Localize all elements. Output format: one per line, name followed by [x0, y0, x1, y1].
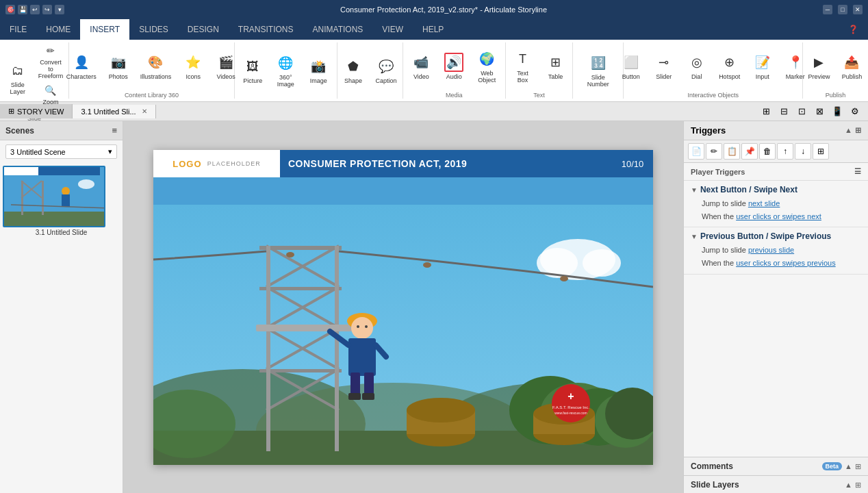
mobile-view-btn[interactable]: 📱 [830, 104, 845, 119]
freeform-label: Convert toFreeform [38, 59, 64, 79]
story-view-tab[interactable]: ⊞ STORY VIEW [0, 104, 73, 118]
button-btn[interactable]: ⬜ Button [616, 50, 646, 83]
normal-view-btn[interactable]: ⊞ [758, 104, 774, 119]
edit-trigger-btn[interactable]: ✏ [706, 143, 722, 160]
comments-section: Comments Beta ▲ ⊞ [684, 457, 868, 475]
scenes-panel: Scenes ≡ 3 Untitled Scene ▾ [0, 121, 123, 493]
slide-thumb-1[interactable]: 3.1 Untitled Slide [3, 166, 120, 236]
slide-layers-expand[interactable]: ⊞ [855, 481, 861, 490]
input-icon: 📝 [753, 53, 772, 72]
next-condition-link[interactable]: user clicks or swipes next [736, 212, 821, 220]
help-icon[interactable]: ❓ [839, 19, 868, 40]
preview-btn[interactable]: ▶ Preview [804, 50, 834, 83]
shape-btn[interactable]: ⬟ Shape [338, 54, 368, 87]
tab-view[interactable]: VIEW [372, 19, 413, 40]
save-icon[interactable]: 💾 [18, 5, 27, 14]
table-btn[interactable]: ⊞ Table [541, 50, 571, 83]
scenes-header: Scenes ≡ [0, 121, 123, 140]
slide-title-bar: CONSUMER PROTECTION ACT, 2019 [280, 150, 612, 177]
scenes-title: Scenes [5, 126, 34, 136]
dial-label: Dial [691, 73, 702, 80]
scene-dropdown[interactable]: 3 Untitled Scene ▾ [5, 144, 117, 159]
slide-area[interactable]: LOGO PLACEHOLDER CONSUMER PROTECTION ACT… [123, 121, 683, 493]
svg-rect-42 [256, 325, 352, 331]
tab-close-btn[interactable]: ✕ [142, 108, 147, 115]
triggers-collapse-icon[interactable]: ▲ [845, 126, 852, 135]
comments-collapse[interactable]: ▲ [845, 462, 852, 470]
tab-home[interactable]: HOME [36, 19, 80, 40]
reading-view-btn[interactable]: ⊡ [794, 104, 809, 119]
360image-btn[interactable]: 🌐 360° Image [270, 51, 301, 90]
expand-all-btn[interactable]: ⊞ [813, 143, 829, 160]
slider-btn[interactable]: ⊸ Slider [649, 50, 679, 83]
delete-trigger-btn[interactable]: 🗑 [759, 143, 776, 160]
slide-view-tab[interactable]: 3.1 Untitled Sli... ✕ [73, 105, 155, 118]
svg-text:+: + [567, 390, 574, 402]
close-btn[interactable]: ✕ [853, 5, 863, 14]
caption-icon: 💬 [376, 57, 396, 76]
audio-btn[interactable]: 🔊 Audio [439, 50, 469, 83]
move-down-btn[interactable]: ↓ [795, 143, 811, 160]
hotspot-btn[interactable]: ⊕ Hotspot [715, 50, 745, 83]
ribbon-group-content-library: 👤 Characters 📷 Photos 🎨 Illustrations ⭐ … [69, 42, 235, 99]
image-btn[interactable]: 📸 Image [303, 54, 333, 87]
svg-rect-50 [348, 393, 361, 400]
caption-btn[interactable]: 💬 Caption [371, 54, 401, 87]
scenes-icon[interactable]: ≡ [112, 125, 117, 136]
icons-btn[interactable]: ⭐ Icons [178, 50, 208, 83]
player-triggers-collapse[interactable]: ☰ [854, 167, 861, 176]
redo-icon[interactable]: ↪ [42, 5, 52, 14]
fit-view-btn[interactable]: ⊠ [812, 104, 827, 119]
tab-file[interactable]: FILE [0, 19, 36, 40]
characters-label: Characters [66, 73, 97, 80]
slide-number-btn[interactable]: 🔢 Slide Number [578, 51, 617, 90]
scene-selector: 3 Untitled Scene ▾ [5, 144, 117, 159]
ribbon-group-images: 🖼 Picture 🌐 360° Image 📸 Image [235, 42, 337, 99]
media-items: 📹 Video 🔊 Audio 🌍 Web Object [406, 42, 502, 90]
svg-text:F.A.S.T. Rescue Inc.: F.A.S.T. Rescue Inc. [552, 405, 589, 409]
dial-btn[interactable]: ◎ Dial [682, 50, 712, 83]
media-label: Media [446, 92, 463, 99]
slide-tab-label: 3.1 Untitled Sli... [81, 108, 136, 116]
tab-animations[interactable]: ANIMATIONS [303, 19, 373, 40]
undo-icon[interactable]: ↩ [30, 5, 40, 14]
ribbon-group-text: T Text Box ⊞ Table Text [506, 42, 573, 99]
video-icon: 📹 [411, 53, 431, 72]
next-target-link[interactable]: next slide [748, 199, 780, 207]
prev-condition-link[interactable]: user clicks or swipes previous [736, 259, 836, 267]
new-trigger-btn[interactable]: 📄 [688, 143, 704, 160]
characters-btn[interactable]: 👤 Characters [62, 50, 101, 83]
tab-help[interactable]: HELP [413, 19, 453, 40]
ribbon-group-media: 📹 Video 🔊 Audio 🌍 Web Object Media [403, 42, 506, 99]
photos-btn[interactable]: 📷 Photos [103, 50, 133, 83]
slide-layers-collapse[interactable]: ▲ [845, 481, 852, 490]
tab-design[interactable]: DESIGN [178, 19, 229, 40]
quick-access-dropdown[interactable]: ▾ [55, 5, 64, 14]
marker-label: Marker [786, 73, 805, 80]
prev-target-link[interactable]: previous slide [748, 246, 794, 254]
freeform-icon: ✏ [44, 44, 58, 58]
triggers-expand-icon[interactable]: ⊞ [855, 126, 861, 135]
video-btn[interactable]: 📹 Video [406, 50, 436, 83]
input-btn[interactable]: 📝 Input [748, 50, 778, 83]
text-box-btn[interactable]: T Text Box [508, 47, 538, 86]
comments-expand[interactable]: ⊞ [855, 462, 861, 471]
web-object-btn[interactable]: 🌍 Web Object [472, 47, 502, 86]
copy-trigger-btn[interactable]: 📋 [724, 143, 740, 160]
settings-btn[interactable]: ⚙ [847, 104, 863, 119]
move-up-btn[interactable]: ↑ [777, 143, 793, 160]
minimize-btn[interactable]: ─ [823, 5, 832, 14]
illustrations-btn[interactable]: 🎨 Illustrations [136, 50, 176, 83]
paste-trigger-btn[interactable]: 📌 [741, 143, 758, 160]
picture-btn[interactable]: 🖼 Picture [238, 54, 268, 87]
next-trigger-title[interactable]: ▼ Next Button / Swipe Next [691, 185, 861, 194]
prev-trigger-title[interactable]: ▼ Previous Button / Swipe Previous [691, 231, 861, 241]
maximize-btn[interactable]: □ [838, 5, 847, 14]
convert-freeform-btn[interactable]: ✏ Convert toFreeform [36, 42, 66, 81]
tab-slides[interactable]: SLIDES [129, 19, 178, 40]
tab-insert[interactable]: INSERT [80, 19, 129, 40]
full-view-btn[interactable]: ⊟ [776, 104, 791, 119]
slide-layer-btn[interactable]: 🗂 SlideLayer [3, 58, 33, 98]
publish-btn[interactable]: 📤 Publish [837, 50, 867, 83]
tab-transitions[interactable]: TRANSITIONS [229, 19, 303, 40]
